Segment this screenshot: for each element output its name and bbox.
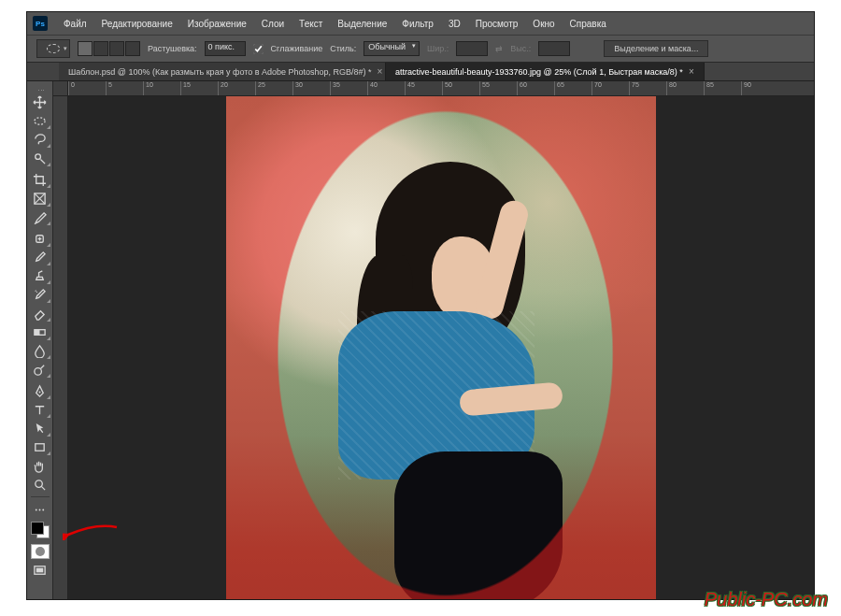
menu-edit[interactable]: Редактирование [95,16,179,32]
close-icon[interactable]: × [689,66,694,77]
doc-tab-2-label: attractive-beautiful-beauty-1933760.jpg … [395,67,683,77]
quick-mask-overlay [226,96,656,599]
svg-point-10 [36,509,37,510]
healing-brush-tool[interactable] [29,229,51,248]
quick-select-tool[interactable] [29,149,51,167]
rectangle-tool[interactable] [29,437,51,456]
svg-rect-8 [36,443,44,451]
crop-tool[interactable] [29,170,51,189]
menu-filter[interactable]: Фильтр [395,16,440,32]
menu-select[interactable]: Выделение [331,16,393,32]
eyedropper-tool[interactable] [29,208,51,226]
selection-intersect-icon[interactable] [125,41,140,56]
pen-tool[interactable] [29,381,51,400]
photoshop-window: Ps Файл Редактирование Изображение Слои … [26,11,815,600]
watermark: Public-PC.com [705,589,828,610]
menu-help[interactable]: Справка [563,16,613,32]
height-label: Выс.: [510,44,531,53]
zoom-tool[interactable] [29,475,51,494]
svg-rect-14 [36,567,44,572]
document-canvas[interactable] [68,96,814,599]
antialias-label: Сглаживание [271,44,323,53]
svg-point-1 [36,153,41,159]
main-area: 051015202530354045505560657075808590 [27,81,814,599]
svg-point-0 [35,117,45,124]
style-select[interactable]: Обычный [363,41,420,56]
doc-tab-2[interactable]: attractive-beautiful-beauty-1933760.jpg … [386,63,705,80]
toolbox-grip[interactable] [30,85,50,91]
menu-text[interactable]: Текст [292,16,329,32]
feather-input[interactable]: 0 пикс. [205,41,246,56]
menu-view[interactable]: Просмотр [469,16,525,32]
eraser-tool[interactable] [29,304,51,322]
clone-stamp-tool[interactable] [29,266,51,285]
menu-3d[interactable]: 3D [442,16,467,32]
ruler-horizontal[interactable]: 051015202530354045505560657075808590 [68,81,814,96]
photo-layer [226,96,656,599]
document-tabs: Шаблон.psd @ 100% (Как размыть края у фо… [27,63,814,81]
move-tool[interactable] [29,93,51,111]
menu-image[interactable]: Изображение [181,16,253,32]
feather-label: Растушевка: [148,44,197,53]
lasso-tool[interactable] [29,130,51,149]
width-label: Шир.: [427,44,449,53]
height-input [538,41,570,56]
svg-point-9 [36,480,43,487]
quick-mask-toggle[interactable] [29,542,51,561]
doc-tab-1[interactable]: Шаблон.psd @ 100% (Как размыть края у фо… [59,63,386,80]
menu-layers[interactable]: Слои [255,16,291,32]
antialias-checkbox[interactable] [253,44,264,54]
screen-mode-toggle[interactable] [29,561,51,580]
edit-toolbar-icon[interactable] [29,500,51,519]
type-tool[interactable] [29,400,51,419]
ruler-vertical[interactable] [53,96,68,599]
menu-window[interactable]: Окно [526,16,561,32]
selection-new-icon[interactable] [78,41,93,56]
selection-subtract-icon[interactable] [109,41,124,56]
options-bar: Растушевка: 0 пикс. Сглаживание Стиль: О… [27,35,814,63]
selection-add-icon[interactable] [93,41,108,56]
path-select-tool[interactable] [29,419,51,437]
hand-tool[interactable] [29,456,51,475]
selection-mode-group [78,41,140,56]
menu-bar: Ps Файл Редактирование Изображение Слои … [27,12,814,35]
swap-wh-icon: ⇄ [495,44,503,53]
foreground-color-swatch[interactable] [31,522,44,535]
toolbox [27,81,53,599]
select-and-mask-button[interactable]: Выделение и маска... [604,40,708,57]
blur-tool[interactable] [29,341,51,360]
menu-file[interactable]: Файл [57,16,93,32]
marquee-tool[interactable] [29,111,51,130]
svg-point-11 [39,509,41,510]
style-label: Стиль: [330,44,356,53]
doc-tab-1-label: Шаблон.psd @ 100% (Как размыть края у фо… [68,67,372,77]
svg-point-12 [42,509,44,510]
frame-tool[interactable] [29,189,51,208]
canvas-area[interactable]: 051015202530354045505560657075808590 [53,81,814,599]
svg-point-6 [35,367,42,375]
history-brush-tool[interactable] [29,285,51,304]
tool-preset-picker[interactable] [36,39,70,58]
width-input [456,41,488,56]
app-logo: Ps [33,16,48,31]
ruler-origin[interactable] [53,81,68,96]
svg-point-7 [39,391,41,393]
svg-rect-5 [35,329,40,335]
dodge-tool[interactable] [29,360,51,379]
close-icon[interactable]: × [378,66,383,77]
color-swatches[interactable] [30,521,50,539]
gradient-tool[interactable] [29,322,51,341]
brush-tool[interactable] [29,248,51,266]
